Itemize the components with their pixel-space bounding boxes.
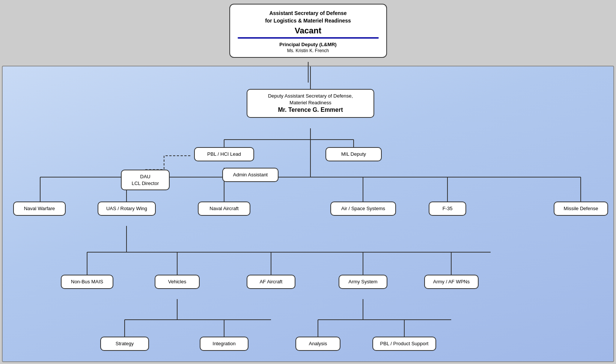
- pbl-product-support-label: PBL / Product Support: [378, 340, 431, 347]
- army-af-wpns-label: Army / AF WPNs: [429, 278, 473, 285]
- air-space-label: Air / Space Systems: [336, 205, 391, 212]
- pbl-hci-label: PBL / HCI Lead: [199, 151, 249, 158]
- asd-title-line2: for Logistics & Materiel Readiness: [238, 17, 379, 25]
- strategy-box: Strategy: [100, 337, 149, 351]
- uas-rotary-box: UAS / Rotary Wing: [98, 202, 156, 216]
- uas-rotary-label: UAS / Rotary Wing: [103, 205, 151, 212]
- top-section: Assistant Secretary of Defense for Logis…: [229, 4, 387, 58]
- mil-deputy-label: MIL Deputy: [331, 151, 377, 158]
- dasd-line2: Materiel Readiness: [252, 99, 369, 106]
- f35-box: F-35: [429, 202, 466, 216]
- naval-aircraft-box: Naval Aircraft: [198, 202, 250, 216]
- army-system-label: Army System: [344, 278, 382, 285]
- vehicles-box: Vehicles: [155, 275, 200, 289]
- main-org-area: Deputy Assistant Secretary of Defense, M…: [2, 66, 614, 362]
- admin-assistant-box: Admin Assistant: [222, 168, 279, 182]
- pbl-product-support-box: PBL / Product Support: [372, 337, 436, 351]
- admin-assistant-label: Admin Assistant: [227, 171, 273, 178]
- vacant-label: Vacant: [238, 26, 379, 36]
- dasd-line1: Deputy Assistant Secretary of Defense,: [252, 93, 369, 99]
- naval-warfare-box: Naval Warfare: [13, 202, 66, 216]
- non-bus-mais-box: Non-Bus MAIS: [61, 275, 113, 289]
- dasd-box: Deputy Assistant Secretary of Defense, M…: [247, 89, 374, 118]
- missile-defense-box: Missile Defense: [554, 202, 608, 216]
- air-space-box: Air / Space Systems: [330, 202, 396, 216]
- missile-defense-label: Missile Defense: [559, 205, 603, 212]
- top-connector: [308, 62, 309, 83]
- mil-deputy-box: MIL Deputy: [325, 147, 382, 161]
- dau-lcl-box: DAU LCL Director: [121, 170, 170, 190]
- f35-label: F-35: [434, 205, 461, 212]
- af-aircraft-box: AF Aircraft: [247, 275, 295, 289]
- strategy-label: Strategy: [105, 340, 144, 347]
- army-system-box: Army System: [339, 275, 387, 289]
- integration-box: Integration: [200, 337, 249, 351]
- principal-deputy-label: Principal Deputy (L&MR): [238, 42, 379, 47]
- analysis-label: Analysis: [301, 340, 335, 347]
- asd-title-line1: Assistant Secretary of Defense: [238, 10, 379, 17]
- asd-box: Assistant Secretary of Defense for Logis…: [229, 4, 387, 58]
- af-aircraft-label: AF Aircraft: [252, 278, 290, 285]
- integration-label: Integration: [205, 340, 243, 347]
- naval-aircraft-label: Naval Aircraft: [203, 205, 245, 212]
- non-bus-mais-label: Non-Bus MAIS: [66, 278, 108, 285]
- dau-lcl-label: DAU LCL Director: [126, 173, 164, 187]
- army-af-wpns-box: Army / AF WPNs: [424, 275, 479, 289]
- analysis-box: Analysis: [295, 337, 340, 351]
- divider-line: [238, 37, 379, 39]
- pbl-hci-box: PBL / HCI Lead: [194, 147, 254, 161]
- vehicles-label: Vehicles: [160, 278, 194, 285]
- naval-warfare-label: Naval Warfare: [18, 205, 60, 212]
- principal-deputy-name: Ms. Kristin K. French: [238, 48, 379, 53]
- dasd-name: Mr. Terence G. Emmert: [252, 106, 369, 114]
